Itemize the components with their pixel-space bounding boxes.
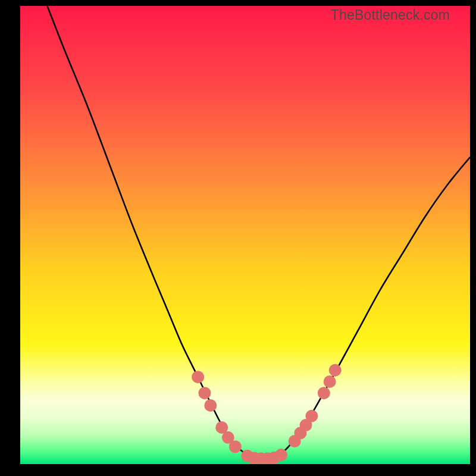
- data-marker: [324, 375, 336, 388]
- watermark-text: TheBottleneck.com: [331, 7, 450, 23]
- bottleneck-curve: [47, 6, 470, 459]
- curve-layer: [20, 6, 470, 464]
- data-marker: [192, 371, 204, 383]
- data-marker: [275, 449, 287, 461]
- plot-area: [20, 6, 470, 464]
- data-marker: [318, 387, 330, 399]
- data-marker: [305, 410, 318, 422]
- data-marker: [204, 399, 217, 412]
- data-marker: [198, 387, 211, 399]
- data-marker: [329, 364, 342, 377]
- data-marker: [229, 440, 242, 453]
- chart-frame: TheBottleneck.com: [0, 0, 476, 476]
